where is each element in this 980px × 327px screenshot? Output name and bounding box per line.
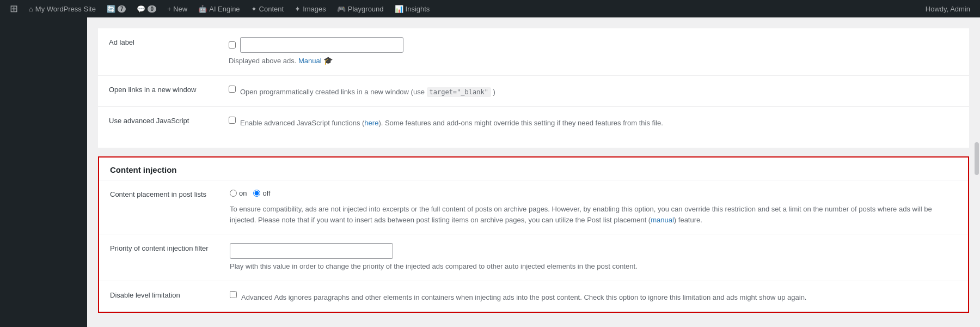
ad-label-control: Advertisements Displayed above ads. Manu… <box>229 37 958 66</box>
adminbar-insights[interactable]: 📊 Insights <box>389 0 436 17</box>
priority-row: Priority of content injection filter 100… <box>99 234 968 281</box>
updates-count: 7 <box>118 5 126 13</box>
updates-icon: 🔄 <box>107 5 115 13</box>
ad-label-description: Displayed above ads. Manual 🎓 <box>229 55 958 66</box>
placement-label: Content placement in post lists <box>110 189 230 198</box>
adminbar-site[interactable]: ⌂ My WordPress Site <box>23 0 101 17</box>
open-links-row: Open links in a new window Open programm… <box>98 76 969 107</box>
main-content: Ad label Advertisements Displayed above … <box>87 17 980 327</box>
howdy-text: Howdy, Admin <box>926 5 970 13</box>
adminbar-new[interactable]: + New <box>162 0 193 17</box>
ai-engine-label: AI Engine <box>209 5 240 13</box>
disable-level-row: Disable level limitation Advanced Ads ig… <box>99 281 968 312</box>
advanced-js-checkbox[interactable] <box>229 117 236 124</box>
placement-description: To ensure compatibility, ads are not inj… <box>230 204 957 225</box>
home-icon: ⌂ <box>29 5 33 13</box>
adminbar-content[interactable]: ✦ Content <box>246 0 290 17</box>
open-links-label: Open links in a new window <box>109 84 229 94</box>
site-name: My WordPress Site <box>35 5 96 13</box>
playground-label: Playground <box>348 5 384 13</box>
open-links-code: target="_blank" <box>427 87 491 97</box>
adminbar-updates[interactable]: 🔄 7 <box>101 0 132 17</box>
sidebar <box>0 17 87 327</box>
open-links-checkbox[interactable] <box>229 86 236 93</box>
adminbar-comments[interactable]: 💬 0 <box>131 0 162 17</box>
placement-off-label: off <box>262 189 270 197</box>
placement-off-option[interactable]: off <box>253 189 270 197</box>
comments-icon: 💬 <box>137 5 145 13</box>
priority-description: Play with this value in order to change … <box>230 261 957 272</box>
placement-on-label: on <box>239 189 247 197</box>
placement-radio-group: on off <box>230 189 957 197</box>
admin-bar: ⊞ ⌂ My WordPress Site 🔄 7 💬 0 + New 🤖 AI… <box>0 0 980 17</box>
ad-label-manual-link[interactable]: Manual <box>298 57 322 65</box>
content-injection-section: Content injection Content placement in p… <box>98 156 969 313</box>
settings-section-top: Ad label Advertisements Displayed above … <box>98 28 969 148</box>
scrollbar-track[interactable] <box>973 17 980 327</box>
images-icon: ✦ <box>295 5 301 13</box>
insights-icon: 📊 <box>395 5 403 13</box>
scrollbar-thumb[interactable] <box>975 142 979 175</box>
placement-control: on off To ensure compatibility, ads are … <box>230 189 957 225</box>
playground-icon: 🎮 <box>337 5 346 13</box>
disable-level-label: Disable level limitation <box>110 290 230 299</box>
open-links-control: Open programmatically created links in a… <box>229 84 958 98</box>
adminbar-ai-engine[interactable]: 🤖 AI Engine <box>193 0 245 17</box>
disable-level-description: Advanced Ads ignores paragraphs and othe… <box>241 292 806 303</box>
placement-on-option[interactable]: on <box>230 189 247 197</box>
comments-count: 0 <box>148 5 156 13</box>
disable-level-control: Advanced Ads ignores paragraphs and othe… <box>230 290 957 303</box>
content-label: Content <box>259 5 284 13</box>
ad-label-checkbox[interactable] <box>229 41 236 49</box>
adminbar-images[interactable]: ✦ Images <box>289 0 332 17</box>
ad-label-input[interactable]: Advertisements <box>240 37 403 53</box>
placement-off-radio[interactable] <box>253 190 260 197</box>
advanced-js-description: Enable advanced JavaScript functions (he… <box>240 118 663 129</box>
disable-level-checkbox[interactable] <box>230 291 237 298</box>
insights-label: Insights <box>406 5 430 13</box>
images-label: Images <box>303 5 326 13</box>
priority-control: 100 Play with this value in order to cha… <box>230 243 957 272</box>
content-injection-title: Content injection <box>99 158 968 180</box>
advanced-js-row: Use advanced JavaScript Enable advanced … <box>98 107 969 137</box>
new-label: + New <box>167 5 187 13</box>
advanced-js-control: Enable advanced JavaScript functions (he… <box>229 116 958 129</box>
wp-logo[interactable]: ⊞ <box>4 0 23 17</box>
placement-manual-link[interactable]: manual <box>651 216 674 224</box>
advanced-js-here-link[interactable]: here <box>364 119 378 127</box>
placement-row: Content placement in post lists on off <box>99 180 968 234</box>
wp-icon: ⊞ <box>10 3 18 15</box>
adminbar-playground[interactable]: 🎮 Playground <box>332 0 389 17</box>
priority-label: Priority of content injection filter <box>110 243 230 252</box>
ai-engine-icon: 🤖 <box>198 5 207 13</box>
adminbar-howdy[interactable]: Howdy, Admin <box>920 5 976 13</box>
ad-label-row: Ad label Advertisements Displayed above … <box>98 28 969 76</box>
open-links-description: Open programmatically created links in a… <box>240 87 495 98</box>
graduation-icon: 🎓 <box>323 56 333 65</box>
advanced-js-label: Use advanced JavaScript <box>109 116 229 125</box>
content-icon: ✦ <box>251 5 257 13</box>
placement-on-radio[interactable] <box>230 190 237 197</box>
priority-input[interactable]: 100 <box>230 243 393 259</box>
ad-label-label: Ad label <box>109 37 229 46</box>
